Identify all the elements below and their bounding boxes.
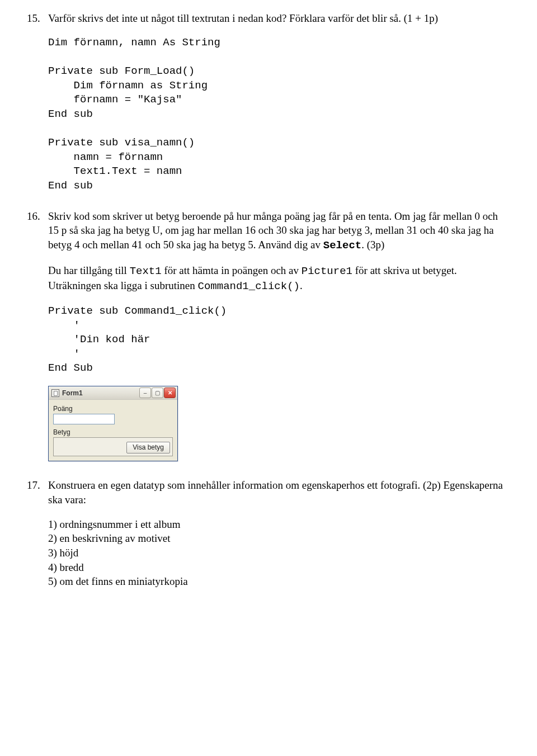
picture-betyg: Visa betyg xyxy=(53,437,173,456)
text1-ref: Text1 xyxy=(130,265,162,277)
vb-titlebar: Form1 – ▢ ✕ xyxy=(49,386,177,400)
maximize-button[interactable]: ▢ xyxy=(152,388,163,398)
question-15: 15. Varför skrivs det inte ut något till… xyxy=(27,11,510,193)
q16-para1a: Skriv kod som skriver ut betyg beroende … xyxy=(48,210,498,251)
vb-title: Form1 xyxy=(62,389,139,398)
q15-code: Dim förnamn, namn As String Private sub … xyxy=(27,36,510,193)
q17-item-4: 4) bredd xyxy=(48,560,510,575)
select-keyword: Select xyxy=(323,239,361,252)
q17-number: 17. xyxy=(27,478,48,507)
q17-item-2: 2) en beskrivning av motivet xyxy=(48,531,510,546)
q17-item-5: 5) om det finns en miniatyrkopia xyxy=(48,574,510,589)
q15-text: Varför skrivs det inte ut något till tex… xyxy=(48,11,510,26)
visa-betyg-button[interactable]: Visa betyg xyxy=(126,442,170,453)
q16-para2: Du har tillgång till Text1 för att hämta… xyxy=(27,263,510,294)
q17-text: Konstruera en egen datatyp som innehålle… xyxy=(48,478,510,507)
q15-head: 15. Varför skrivs det inte ut något till… xyxy=(27,11,510,26)
form-icon xyxy=(51,389,59,397)
q16-code: Private sub Command1_click() ' 'Din kod … xyxy=(27,304,510,376)
q17-item-1: 1) ordningsnummer i ett album xyxy=(48,517,510,532)
q16-para1b: . (3p) xyxy=(361,239,384,251)
input-poang[interactable] xyxy=(53,414,115,424)
q17-item-3: 3) höjd xyxy=(48,546,510,560)
q17-head: 17. Konstruera en egen datatyp som inneh… xyxy=(27,478,510,507)
q16-para2b: för att hämta in poängen och av xyxy=(162,264,302,276)
window-buttons: – ▢ ✕ xyxy=(139,388,176,398)
q15-number: 15. xyxy=(27,11,48,26)
vb-form-preview: Form1 – ▢ ✕ Poäng Betyg Visa betyg xyxy=(48,386,178,461)
q17-list: 1) ordningsnummer i ett album 2) en besk… xyxy=(27,517,510,589)
close-button[interactable]: ✕ xyxy=(164,388,176,398)
label-betyg: Betyg xyxy=(53,428,173,437)
q16-para1: Skriv kod som skriver ut betyg beroende … xyxy=(48,209,510,253)
picture1-ref: Picture1 xyxy=(302,265,352,277)
command1click-ref: Command1_click() xyxy=(198,280,300,292)
q16-para2a: Du har tillgång till xyxy=(48,264,130,276)
label-poang: Poäng xyxy=(53,404,173,413)
minimize-button[interactable]: – xyxy=(139,388,151,398)
question-17: 17. Konstruera en egen datatyp som inneh… xyxy=(27,478,510,588)
q16-number: 16. xyxy=(27,209,48,253)
q16-para2d: . xyxy=(300,280,303,291)
vb-client-area: Poäng Betyg Visa betyg xyxy=(49,400,177,461)
question-16: 16. Skriv kod som skriver ut betyg beroe… xyxy=(27,209,510,462)
q16-head: 16. Skriv kod som skriver ut betyg beroe… xyxy=(27,209,510,253)
